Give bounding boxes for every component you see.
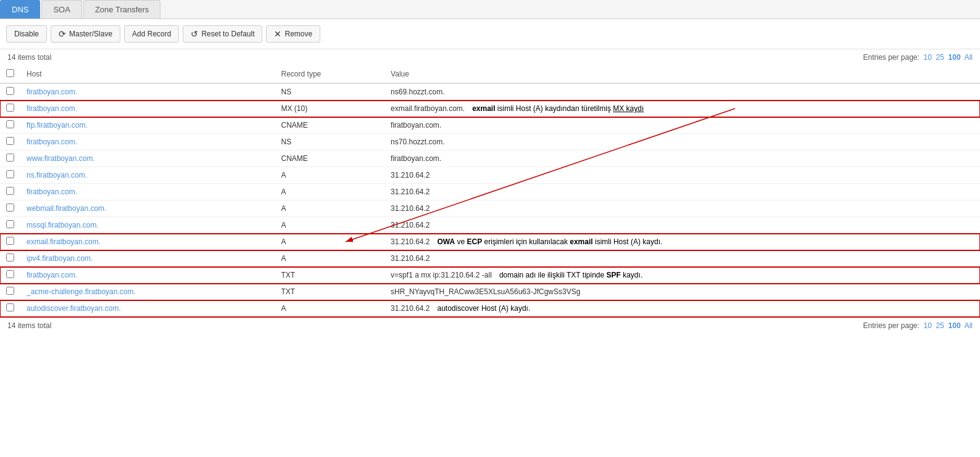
value-cell: 31.210.64.2autodiscover Host (A) kaydı. <box>384 300 980 317</box>
disable-button[interactable]: Disable <box>6 25 47 43</box>
table-row[interactable]: webmail.firatboyan.com.A31.210.64.2 <box>0 200 980 217</box>
record-type-cell: NS <box>275 134 385 150</box>
tab-zone-transfers[interactable]: Zone Transfers <box>83 0 160 19</box>
tab-dns[interactable]: DNS <box>0 0 40 19</box>
host-link[interactable]: www.firatboyan.com. <box>27 154 95 163</box>
add-record-button[interactable]: Add Record <box>124 25 179 43</box>
value-cell: 31.210.64.2 <box>384 184 980 200</box>
record-type-cell: TXT <box>275 284 385 300</box>
table-row[interactable]: exmail.firatboyan.com.A31.210.64.2OWA ve… <box>0 234 980 250</box>
value-cell: firatboyan.com. <box>384 150 980 167</box>
remove-button[interactable]: ✕ Remove <box>266 25 320 43</box>
table-row[interactable]: autodiscover.firatboyan.com.A31.210.64.2… <box>0 300 980 317</box>
record-type-cell: A <box>275 234 385 250</box>
master-slave-button[interactable]: ⟳ Master/Slave <box>51 25 120 43</box>
page-all-bottom[interactable]: All <box>965 321 973 330</box>
row-checkbox[interactable] <box>6 237 14 245</box>
record-type-cell: CNAME <box>275 150 385 167</box>
table-row[interactable]: ns.firatboyan.com.A31.210.64.2 <box>0 167 980 184</box>
row-checkbox[interactable] <box>6 253 14 261</box>
page-100-bottom[interactable]: 100 <box>949 321 961 330</box>
host-link[interactable]: firatboyan.com. <box>27 187 77 196</box>
table-row[interactable]: mssql.firatboyan.com.A31.210.64.2 <box>0 217 980 234</box>
reset-button[interactable]: ↺ Reset to Default <box>183 25 262 43</box>
host-link[interactable]: ftp.firatboyan.com. <box>27 121 88 130</box>
master-slave-icon: ⟳ <box>59 29 66 39</box>
value-cell: ns69.hozzt.com. <box>384 83 980 101</box>
annotation-text: domain adı ile ilişkili TXT tipinde SPF … <box>499 271 642 279</box>
value-cell: 31.210.64.2 <box>384 217 980 234</box>
value-cell: firatboyan.com. <box>384 117 980 134</box>
host-link[interactable]: autodiscover.firatboyan.com. <box>27 304 121 313</box>
row-checkbox[interactable] <box>6 87 14 95</box>
tab-bar: DNS SOA Zone Transfers <box>0 0 980 19</box>
remove-icon: ✕ <box>274 29 281 39</box>
record-type-cell: A <box>275 217 385 234</box>
row-checkbox[interactable] <box>6 270 14 278</box>
page-10[interactable]: 10 <box>924 53 932 62</box>
table-row[interactable]: ftp.firatboyan.com.CNAMEfiratboyan.com. <box>0 117 980 134</box>
row-checkbox[interactable] <box>6 287 14 295</box>
toolbar: Disable ⟳ Master/Slave Add Record ↺ Rese… <box>0 19 980 49</box>
row-checkbox[interactable] <box>6 120 14 128</box>
reset-icon: ↺ <box>191 29 198 39</box>
host-header: Host <box>20 65 275 83</box>
table-row[interactable]: firatboyan.com.TXTv=spf1 a mx ip:31.210.… <box>0 267 980 284</box>
total-items-bottom: 14 items total <box>7 321 51 330</box>
annotation-text: OWA ve ECP erişimleri için kullanılacak … <box>438 237 663 246</box>
record-type-cell: A <box>275 300 385 317</box>
dns-table: Host Record type Value firatboyan.com.NS… <box>0 65 980 317</box>
table-row[interactable]: firatboyan.com.NSns70.hozzt.com. <box>0 134 980 150</box>
host-link[interactable]: mssql.firatboyan.com. <box>27 221 99 229</box>
host-link[interactable]: firatboyan.com. <box>27 88 77 96</box>
entries-per-page-top: Entries per page: 10 25 100 All <box>863 53 973 62</box>
row-checkbox[interactable] <box>6 137 14 145</box>
table-row[interactable]: firatboyan.com.A31.210.64.2 <box>0 184 980 200</box>
value-cell: sHR_NYayvqTH_RACww3E5XLsuA56u63-JfCgwSs3… <box>384 284 980 300</box>
record-type-cell: A <box>275 184 385 200</box>
record-type-cell: A <box>275 200 385 217</box>
table-row[interactable]: firatboyan.com.MX (10)exmail.firatboyan.… <box>0 101 980 117</box>
value-cell: ns70.hozzt.com. <box>384 134 980 150</box>
annotation-text: autodiscover Host (A) kaydı. <box>438 304 531 313</box>
host-link[interactable]: firatboyan.com. <box>27 104 77 113</box>
table-row[interactable]: firatboyan.com.NSns69.hozzt.com. <box>0 83 980 101</box>
table-row[interactable]: ipv4.firatboyan.com.A31.210.64.2 <box>0 250 980 267</box>
value-cell: 31.210.64.2 <box>384 167 980 184</box>
host-link[interactable]: exmail.firatboyan.com. <box>27 237 101 246</box>
table-header: Host Record type Value <box>0 65 980 83</box>
record-type-cell: CNAME <box>275 117 385 134</box>
host-link[interactable]: webmail.firatboyan.com. <box>27 204 106 213</box>
table-row[interactable]: www.firatboyan.com.CNAMEfiratboyan.com. <box>0 150 980 167</box>
value-cell: exmail.firatboyan.com.exmail isimli Host… <box>384 101 980 117</box>
page-25-bottom[interactable]: 25 <box>936 321 944 330</box>
select-all-checkbox[interactable] <box>6 69 14 77</box>
table-row[interactable]: _acme-challenge.firatboyan.com.TXTsHR_NY… <box>0 284 980 300</box>
main-container: DNS SOA Zone Transfers Disable ⟳ Master/… <box>0 0 980 334</box>
page-25[interactable]: 25 <box>936 53 944 62</box>
host-link[interactable]: ipv4.firatboyan.com. <box>27 254 93 263</box>
row-checkbox[interactable] <box>6 154 14 162</box>
host-link[interactable]: firatboyan.com. <box>27 138 77 146</box>
row-checkbox[interactable] <box>6 303 14 311</box>
row-checkbox[interactable] <box>6 104 14 112</box>
row-checkbox[interactable] <box>6 204 14 212</box>
host-link[interactable]: firatboyan.com. <box>27 271 77 279</box>
dns-table-container: Host Record type Value firatboyan.com.NS… <box>0 65 980 317</box>
host-link[interactable]: _acme-challenge.firatboyan.com. <box>27 287 136 296</box>
record-type-cell: MX (10) <box>275 101 385 117</box>
row-checkbox[interactable] <box>6 220 14 228</box>
status-bar-top: 14 items total Entries per page: 10 25 1… <box>0 49 980 65</box>
value-header: Value <box>384 65 980 83</box>
row-checkbox[interactable] <box>6 187 14 195</box>
page-100[interactable]: 100 <box>949 53 961 62</box>
record-type-cell: A <box>275 250 385 267</box>
host-link[interactable]: ns.firatboyan.com. <box>27 171 87 179</box>
tab-soa[interactable]: SOA <box>41 0 81 19</box>
status-bar-bottom: 14 items total Entries per page: 10 25 1… <box>0 317 980 334</box>
row-checkbox[interactable] <box>6 170 14 178</box>
page-10-bottom[interactable]: 10 <box>924 321 932 330</box>
value-cell: v=spf1 a mx ip:31.210.64.2 -alldomain ad… <box>384 267 980 284</box>
record-type-cell: TXT <box>275 267 385 284</box>
page-all[interactable]: All <box>965 53 973 62</box>
